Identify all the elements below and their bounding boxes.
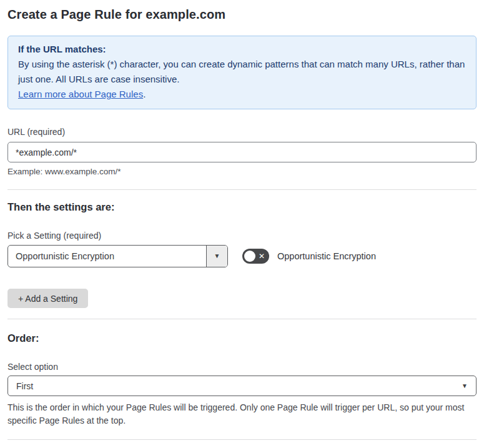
info-box-body: By using the asterisk (*) character, you… [18, 57, 466, 87]
link-suffix: . [143, 89, 146, 99]
pick-setting-label: Pick a Setting (required) [7, 231, 477, 241]
url-match-info-box: If the URL matches: By using the asteris… [7, 36, 477, 109]
chevron-down-icon: ▼ [214, 253, 220, 259]
order-select-value: First [16, 381, 33, 391]
order-helper-text: This is the order in which your Page Rul… [7, 401, 473, 427]
order-select[interactable]: First ▼ [7, 376, 477, 396]
info-box-link-line: Learn more about Page Rules. [18, 87, 466, 102]
setting-select-value: Opportunistic Encryption [8, 246, 206, 267]
footer-divider [7, 439, 477, 440]
learn-more-page-rules-link[interactable]: Learn more about Page Rules [18, 89, 143, 99]
chevron-down-icon: ▼ [462, 383, 468, 389]
create-page-rule-panel: Create a Page Rule for example.com If th… [0, 0, 484, 448]
settings-section-heading: Then the settings are: [7, 190, 477, 213]
url-example-helper: Example: www.example.com/* [7, 167, 477, 176]
setting-select-caret-button[interactable]: ▼ [206, 246, 227, 267]
order-select-label: Select option [7, 362, 477, 372]
setting-select[interactable]: Opportunistic Encryption ▼ [7, 245, 228, 267]
info-box-heading: If the URL matches: [18, 42, 466, 57]
opportunistic-encryption-toggle[interactable]: ✕ [242, 249, 269, 264]
url-field-label: URL (required) [7, 127, 477, 137]
toggle-knob [244, 251, 255, 262]
url-input[interactable] [7, 142, 477, 162]
x-icon: ✕ [259, 252, 265, 260]
toggle-label: Opportunistic Encryption [277, 251, 376, 261]
add-setting-button[interactable]: + Add a Setting [7, 289, 88, 308]
page-title: Create a Page Rule for example.com [7, 0, 477, 22]
order-section-heading: Order: [7, 319, 477, 344]
setting-row: Opportunistic Encryption ▼ ✕ Opportunist… [7, 245, 477, 267]
